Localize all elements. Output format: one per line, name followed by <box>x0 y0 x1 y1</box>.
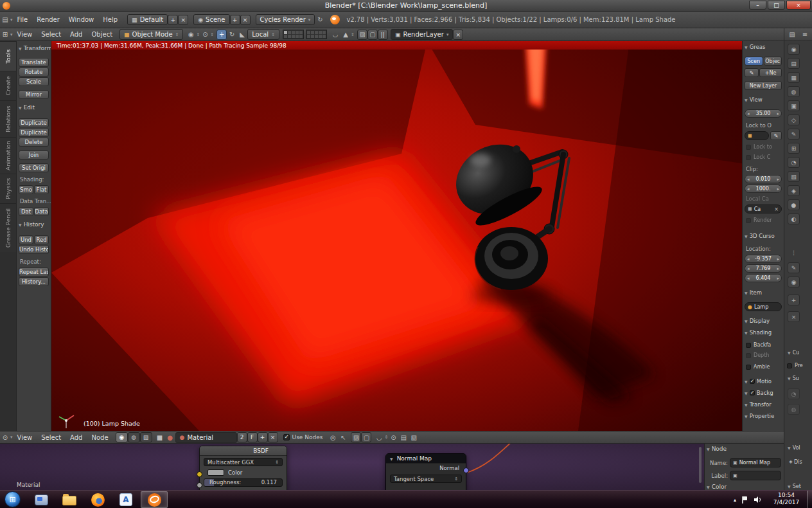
material-datablock-field[interactable]: ● Material <box>175 432 237 443</box>
menu-file[interactable]: File <box>13 16 33 23</box>
grip-icon[interactable]: ⋮ <box>788 247 800 258</box>
clock[interactable]: 10:54 7/4/2017 <box>768 492 804 506</box>
collapse-icon[interactable] <box>745 390 750 396</box>
local-camera-field[interactable]: ▦ Ca × <box>745 204 782 213</box>
manipulator-scale-icon[interactable]: ◣ <box>237 30 247 40</box>
roughness-input-socket[interactable] <box>197 482 202 488</box>
brush-icon[interactable]: ✎ <box>788 262 800 273</box>
surface-node-icon[interactable]: ◔ <box>788 388 800 399</box>
taskbar-app-a[interactable]: A <box>112 491 139 508</box>
collapse-icon[interactable] <box>390 455 395 462</box>
mode-selector[interactable]: ■ Object Mode ⇕ <box>119 29 183 40</box>
props-tab-object-icon[interactable]: ▣ <box>788 100 800 111</box>
remove-slot-button[interactable]: × <box>788 311 800 322</box>
clip-end-stepper[interactable]: 1000. <box>745 185 782 193</box>
undo-history-button[interactable]: Undo Histo <box>19 245 49 254</box>
layers-grid-1[interactable] <box>283 30 304 39</box>
gp-scene-tab[interactable]: Scen <box>745 57 763 66</box>
collapse-icon[interactable] <box>788 484 793 489</box>
menu-window[interactable]: Window <box>64 16 98 23</box>
collapse-icon[interactable] <box>745 401 750 408</box>
material-unlink-button[interactable]: × <box>268 432 278 442</box>
collapse-icon[interactable] <box>745 413 750 419</box>
editor-type-properties-icon[interactable]: ▤ <box>787 30 797 40</box>
data-transfer-button[interactable]: Dat <box>19 207 33 216</box>
collapse-icon[interactable] <box>19 45 24 51</box>
normal-map-node-header[interactable]: Normal Map <box>386 454 466 464</box>
taskbar-explorer[interactable] <box>56 491 83 508</box>
depth-checkbox[interactable]: Depth <box>743 352 784 358</box>
lock-object-field[interactable]: ■ <box>745 131 769 140</box>
node-editor-scrollbar[interactable] <box>699 447 702 483</box>
collapse-icon[interactable] <box>788 376 793 381</box>
layout-delete-button[interactable]: × <box>178 15 188 25</box>
add-slot-button[interactable]: + <box>788 295 800 305</box>
shade-flat-button[interactable]: Flat <box>34 185 49 194</box>
render-layer-selector[interactable]: ▣ RenderLayer ▾ <box>391 29 454 40</box>
transform-orientation-selector[interactable]: Local ⇕ <box>247 29 279 40</box>
collapse-icon[interactable] <box>745 318 750 324</box>
material-add-button[interactable]: + <box>258 432 268 442</box>
collapse-icon[interactable] <box>19 104 24 111</box>
collapse-icon[interactable] <box>707 484 712 490</box>
render-anim-icon[interactable]: ▢ <box>361 432 371 442</box>
render-border-checkbox[interactable]: Render <box>743 217 784 223</box>
toolshelf-tab-grease-pencil[interactable]: Grease Pencil <box>0 203 16 252</box>
menu-object[interactable]: Object <box>87 31 117 38</box>
screen-layout-selector[interactable]: ▦ Default <box>127 14 168 25</box>
object-icon[interactable]: ■ <box>155 432 165 442</box>
object-name-field[interactable]: ● Lamp <box>745 302 782 311</box>
node-name-field[interactable]: ▣ Normal Map <box>730 458 781 467</box>
collapse-icon[interactable] <box>707 446 712 452</box>
props-tab-extra-icon[interactable]: ◐ <box>788 213 800 224</box>
set-origin-button[interactable]: Set Origi <box>19 163 49 172</box>
props-tab-constraints-icon[interactable]: ◇ <box>788 114 800 125</box>
props-tab-scene-icon[interactable]: ▦ <box>788 72 800 83</box>
props-tab-physics-icon[interactable]: ● <box>788 199 800 210</box>
cursor-z-stepper[interactable]: 6.404 <box>745 274 782 282</box>
close-button[interactable]: × <box>786 1 811 10</box>
taskbar-firefox[interactable] <box>84 491 111 508</box>
snap-magnet-icon[interactable]: ◡ <box>374 432 384 442</box>
collapse-icon[interactable] <box>745 96 750 103</box>
material-users-button[interactable]: 2 <box>237 432 247 442</box>
duplicate-button[interactable]: Duplicate <box>19 118 49 127</box>
join-button[interactable]: Join <box>19 150 49 159</box>
bsdf-node[interactable]: BSDF Multiscatter GGX ⇕ Color Roughness:… <box>199 446 287 490</box>
bsdf-node-header[interactable]: BSDF <box>200 446 287 456</box>
render-still-icon[interactable]: ▨ <box>351 432 361 442</box>
surface-extra-icon[interactable]: ◍ <box>788 404 800 415</box>
cursor-y-stepper[interactable]: 7.769 <box>745 264 782 273</box>
editor-type-node-icon[interactable]: ⊙ <box>0 432 10 442</box>
editor-type-info-icon[interactable]: ▤ <box>0 15 10 25</box>
engine-refresh-icon[interactable]: ↻ <box>315 15 325 25</box>
props-tab-world-icon[interactable]: ◍ <box>788 86 800 97</box>
delete-button[interactable]: Delete <box>19 138 49 147</box>
menu-render[interactable]: Render <box>32 16 64 23</box>
collapse-icon[interactable] <box>788 445 793 451</box>
scene-delete-button[interactable]: × <box>240 15 251 25</box>
fake-user-button[interactable]: F <box>247 432 258 442</box>
lock-camera-checkbox[interactable]: Lock C <box>743 154 784 160</box>
shader-nodes-icon[interactable]: ◉ <box>116 432 128 442</box>
props-tab-texture-icon[interactable]: ▧ <box>788 171 800 182</box>
ambient-checkbox[interactable]: Ambie <box>743 364 784 370</box>
lock-to-cursor-checkbox[interactable]: Lock to <box>743 144 784 150</box>
redo-button[interactable]: Red <box>34 235 49 244</box>
compositing-nodes-icon[interactable]: ◍ <box>128 432 140 442</box>
scene-selector[interactable]: ◉ Scene <box>193 14 229 25</box>
texture-nodes-icon[interactable]: ▧ <box>140 432 152 442</box>
normal-map-node[interactable]: Normal Map Normal Tangent Space ⇕ <box>385 453 466 490</box>
collapse-icon[interactable] <box>19 221 24 228</box>
preview-checkbox[interactable]: Pre <box>787 363 803 368</box>
repeat-last-button[interactable]: Repeat Las <box>19 268 49 277</box>
shade-smooth-button[interactable]: Smo <box>19 185 33 194</box>
maximize-button[interactable]: □ <box>768 1 785 10</box>
roughness-slider[interactable]: Roughness: 0.117 <box>204 478 283 487</box>
toolshelf-tab-create[interactable]: Create <box>0 71 16 100</box>
render-engine-selector[interactable]: Cycles Render ▾ <box>256 14 315 25</box>
speaker-icon[interactable] <box>754 496 762 503</box>
props-tab-renderlayers-icon[interactable]: ▤ <box>788 58 800 69</box>
normal-output-socket[interactable] <box>463 467 469 473</box>
menu-node[interactable]: Node <box>87 434 112 441</box>
